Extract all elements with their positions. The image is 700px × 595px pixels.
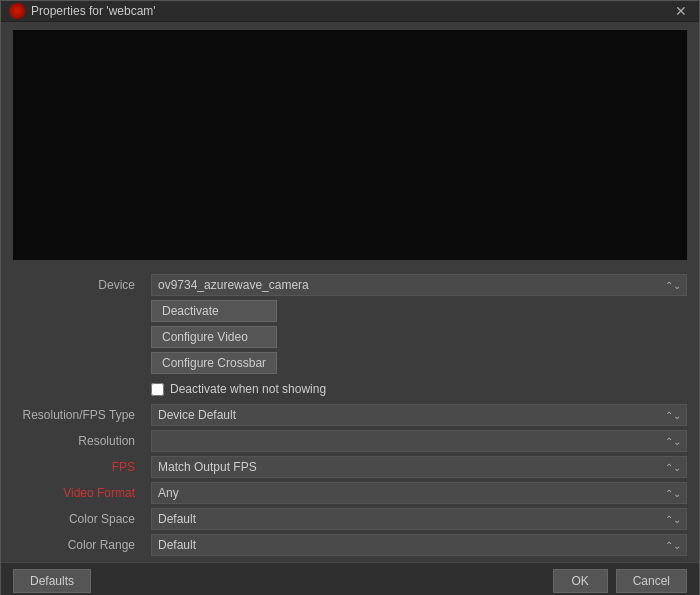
fps-row: FPS Match Output FPS ⌃⌄: [13, 454, 687, 480]
title-bar-left: Properties for 'webcam': [9, 3, 156, 19]
resolution-fps-type-select[interactable]: Device Default: [151, 404, 687, 426]
resolution-label: Resolution: [13, 434, 143, 448]
color-space-select[interactable]: Default: [151, 508, 687, 530]
color-space-label: Color Space: [13, 512, 143, 526]
resolution-fps-type-wrapper: Device Default ⌃⌄: [151, 404, 687, 426]
close-button[interactable]: ✕: [671, 1, 691, 21]
device-select[interactable]: ov9734_azurewave_camera: [151, 274, 687, 296]
buttons-row: Deactivate Configure Video Configure Cro…: [13, 298, 687, 376]
video-format-row: Video Format Any ⌃⌄: [13, 480, 687, 506]
color-space-row: Color Space Default ⌃⌄: [13, 506, 687, 532]
defaults-button[interactable]: Defaults: [13, 569, 91, 593]
video-format-wrapper: Any ⌃⌄: [151, 482, 687, 504]
resolution-row: Resolution ⌃⌄: [13, 428, 687, 454]
cancel-button[interactable]: Cancel: [616, 569, 687, 593]
ok-button[interactable]: OK: [553, 569, 608, 593]
fps-label: FPS: [13, 460, 143, 474]
device-row: Device ov9734_azurewave_camera ⌃⌄: [13, 272, 687, 298]
configure-video-button[interactable]: Configure Video: [151, 326, 277, 348]
color-range-row: Color Range Default ⌃⌄: [13, 532, 687, 558]
color-range-select[interactable]: Default: [151, 534, 687, 556]
action-buttons: Deactivate Configure Video Configure Cro…: [151, 300, 277, 374]
fps-select[interactable]: Match Output FPS: [151, 456, 687, 478]
deactivate-checkbox[interactable]: [151, 383, 164, 396]
deactivate-checkbox-wrapper: Deactivate when not showing: [151, 382, 326, 396]
color-space-wrapper: Default ⌃⌄: [151, 508, 687, 530]
deactivate-button[interactable]: Deactivate: [151, 300, 277, 322]
video-format-label: Video Format: [13, 486, 143, 500]
app-icon: [9, 3, 25, 19]
device-label: Device: [13, 278, 143, 292]
bottom-right-buttons: OK Cancel: [553, 569, 687, 593]
checkbox-row: Deactivate when not showing: [13, 376, 687, 402]
deactivate-checkbox-label: Deactivate when not showing: [170, 382, 326, 396]
color-range-wrapper: Default ⌃⌄: [151, 534, 687, 556]
color-range-label: Color Range: [13, 538, 143, 552]
resolution-fps-type-label: Resolution/FPS Type: [13, 408, 143, 422]
preview-area: [13, 30, 687, 260]
title-bar: Properties for 'webcam' ✕: [1, 1, 699, 22]
video-format-select[interactable]: Any: [151, 482, 687, 504]
fps-wrapper: Match Output FPS ⌃⌄: [151, 456, 687, 478]
dialog: Properties for 'webcam' ✕ Device ov9734_…: [0, 0, 700, 595]
configure-crossbar-button[interactable]: Configure Crossbar: [151, 352, 277, 374]
dialog-title: Properties for 'webcam': [31, 4, 156, 18]
resolution-fps-type-row: Resolution/FPS Type Device Default ⌃⌄: [13, 402, 687, 428]
resolution-wrapper: ⌃⌄: [151, 430, 687, 452]
resolution-select[interactable]: [151, 430, 687, 452]
device-select-wrapper: ov9734_azurewave_camera ⌃⌄: [151, 274, 687, 296]
bottom-bar: Defaults OK Cancel: [1, 562, 699, 595]
properties-area: Device ov9734_azurewave_camera ⌃⌄ Deacti…: [1, 268, 699, 562]
